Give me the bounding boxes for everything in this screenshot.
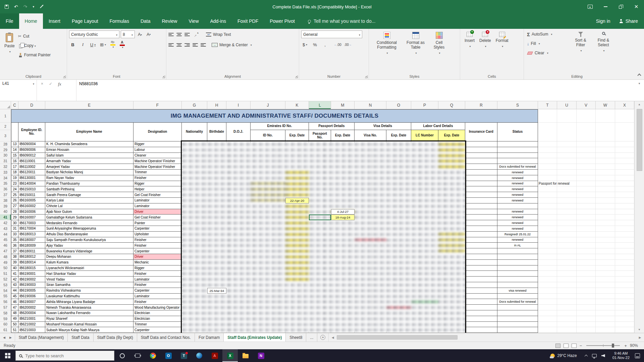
column-header-O[interactable]: O <box>386 101 411 109</box>
number-format-select[interactable]: General <box>301 31 362 38</box>
cell-V45[interactable] <box>577 237 596 243</box>
cell-U37[interactable] <box>557 192 577 198</box>
page-layout-view-icon[interactable] <box>564 344 569 348</box>
header-employee-id[interactable]: Employee ID. No. <box>18 123 45 141</box>
header-birthdate[interactable]: Birthdate <box>207 123 226 141</box>
cell-F30[interactable]: Cleaner <box>133 153 182 159</box>
cell-X56[interactable] <box>615 299 634 305</box>
delete-cells-button[interactable]: Delete <box>477 31 493 73</box>
cell-W60[interactable] <box>596 322 615 327</box>
cell-C45[interactable]: 35 <box>11 237 18 243</box>
cell-C31[interactable]: 16 <box>11 158 18 164</box>
cell-C35[interactable]: 23 <box>11 181 18 187</box>
cell-R44[interactable] <box>465 232 497 237</box>
cell-E60[interactable]: Mosharef Hossain Kamal Hossain <box>45 322 133 327</box>
increase-font-icon[interactable]: A▴ <box>136 31 144 38</box>
cell-E49[interactable]: Kalum Kumara <box>45 260 133 265</box>
cell-X32[interactable] <box>615 164 634 170</box>
cell-D35[interactable]: IB6140004 <box>18 181 45 187</box>
font-size-select[interactable]: 8 <box>121 31 135 38</box>
cell-S28[interactable] <box>497 141 538 147</box>
cell-C32[interactable]: 17 <box>11 164 18 170</box>
cell-E41[interactable]: Gamalathge Kelum Sudarsana <box>45 215 133 220</box>
cell-V59[interactable] <box>577 316 596 322</box>
sheet-tab-sheet8[interactable]: Sheet8 <box>286 333 306 342</box>
cell-D45[interactable]: IB6180007 <box>18 237 45 243</box>
cell-R29[interactable] <box>465 147 497 153</box>
sheet-tab-staff-data-by-dept[interactable]: Staff Data (By Dept) <box>94 333 137 342</box>
cell-V44[interactable] <box>577 232 596 237</box>
row-header-34[interactable]: 34 <box>0 175 11 181</box>
cell-C53[interactable]: 43 <box>11 282 18 288</box>
cell-R30[interactable] <box>465 153 497 159</box>
cell-S56[interactable]: Docs submitted for renewal <box>497 299 538 305</box>
cell-X57[interactable] <box>615 305 634 310</box>
cell-W43[interactable] <box>596 226 615 232</box>
cell-V42[interactable] <box>577 220 596 226</box>
cell-E46[interactable]: Ajay Yadav <box>45 243 133 248</box>
cell-S36[interactable]: renewed <box>497 186 538 192</box>
cell-C57[interactable]: 47 <box>11 305 18 310</box>
outlook-button[interactable] <box>161 349 176 362</box>
cell-F46[interactable]: Finisher <box>133 243 182 248</box>
cell-U40[interactable] <box>557 209 577 215</box>
cell-X35[interactable] <box>615 181 634 187</box>
cell-S40[interactable]: renewed <box>497 209 538 215</box>
cell-T35[interactable]: Passport for renewal <box>538 181 557 187</box>
cell-E43[interactable]: Sunil Ariyasinghe Weerapperuma <box>45 226 133 232</box>
header-lc-number[interactable]: LC Number <box>411 130 438 141</box>
cell-E56[interactable]: Akhila Mihiranga Liyana Badalge <box>45 299 133 305</box>
merge-center-button[interactable]: ↔Merge & Center <box>211 41 253 49</box>
action-center-icon[interactable] <box>635 353 640 358</box>
cell-E48[interactable]: Deepu Mohanan <box>45 254 133 260</box>
cell-C51[interactable]: 41 <box>11 271 18 277</box>
header-c-blank[interactable] <box>11 123 18 141</box>
align-right-icon[interactable] <box>184 43 190 47</box>
increase-indent-icon[interactable] <box>201 43 206 47</box>
cell-S59[interactable] <box>497 316 538 322</box>
cell-R37[interactable] <box>465 192 497 198</box>
cell-E34[interactable]: Ram Nayan Yadav <box>45 175 133 181</box>
cell-U53[interactable] <box>557 282 577 288</box>
cell-E44[interactable]: Athula Dias Bandaranayake <box>45 232 133 237</box>
cell-S39[interactable] <box>497 203 538 209</box>
cell-W52[interactable] <box>596 277 615 282</box>
cell-W50[interactable] <box>596 265 615 271</box>
cell-C47[interactable]: 37 <box>11 248 18 254</box>
cell-E55[interactable]: Lavakumar Kattimuthu <box>45 294 133 299</box>
cell-R50[interactable] <box>465 265 497 271</box>
top-align-icon[interactable] <box>168 33 174 37</box>
cell-U39[interactable] <box>557 203 577 209</box>
row-header-35[interactable]: 35 <box>0 181 11 187</box>
cell-W61[interactable] <box>596 327 615 333</box>
font-color-button[interactable]: A <box>119 40 125 49</box>
cell-D29[interactable]: IB6090006 <box>18 147 45 153</box>
cell-R43[interactable] <box>465 226 497 232</box>
tell-me-box[interactable]: Tell me what you want to do... <box>308 13 375 29</box>
tab-insert[interactable]: Insert <box>43 13 66 29</box>
cell-V36[interactable] <box>577 186 596 192</box>
name-box-caret-icon[interactable] <box>32 81 34 100</box>
cell-U55[interactable] <box>557 294 577 299</box>
cell-R32[interactable] <box>465 164 497 170</box>
align-left-icon[interactable] <box>168 43 174 47</box>
cell-C36[interactable]: 24 <box>11 186 18 192</box>
column-header-J[interactable]: J <box>251 101 285 109</box>
cell-X44[interactable] <box>615 232 634 237</box>
cell-S61[interactable] <box>497 327 538 333</box>
visible-cell-M40[interactable]: 4-Jul-27 <box>331 209 355 215</box>
column-header-E[interactable]: E <box>45 101 133 109</box>
cell-X43[interactable] <box>615 226 634 232</box>
select-all-corner[interactable] <box>0 101 11 109</box>
cell-V53[interactable] <box>577 282 596 288</box>
row-header-56[interactable]: 56 <box>0 299 11 305</box>
cell-S45[interactable]: renewed <box>497 237 538 243</box>
cell-C40[interactable]: 28 <box>11 209 18 215</box>
cell-W33[interactable] <box>596 170 615 175</box>
row-header-32[interactable]: 32 <box>0 164 11 170</box>
decrease-decimal-icon[interactable]: .00→ <box>344 43 352 47</box>
cell-U57[interactable] <box>557 305 577 310</box>
cell-X53[interactable] <box>615 282 634 288</box>
tab-formulas[interactable]: Formulas <box>104 13 135 29</box>
cell-U60[interactable] <box>557 322 577 327</box>
